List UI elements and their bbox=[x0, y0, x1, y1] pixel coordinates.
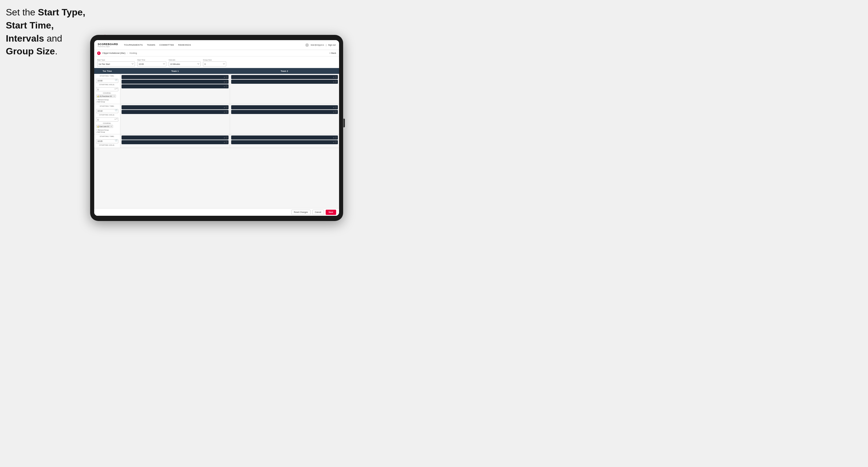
logo-text: SCOREBOARD bbox=[98, 43, 118, 45]
group2-clock-icon: 🕐 bbox=[115, 109, 118, 112]
group1-course-label: COURSE: bbox=[96, 92, 118, 94]
nav-separator: | bbox=[326, 44, 326, 46]
group2-action-links: ○ Remove Group + Add Group bbox=[96, 129, 118, 133]
start-time-select[interactable]: 10:00 bbox=[137, 61, 166, 67]
group1-team1-panel: ✕ ✕ ✕ bbox=[120, 74, 230, 104]
player-row: ✕ bbox=[231, 80, 338, 84]
controls-row: Start Type 1st Tee Start Shotgun Start S… bbox=[94, 56, 339, 68]
player-remove-icon[interactable]: ✕ bbox=[224, 81, 225, 83]
player-remove-icon[interactable]: ✕ bbox=[224, 137, 225, 139]
group3-clock-icon: 🕐 bbox=[115, 139, 118, 142]
instruction-line1-normal: Set the bbox=[6, 7, 38, 18]
player-row: ✕ bbox=[231, 105, 338, 109]
breadcrumb-app-name[interactable]: Clippd Invitational (Mar) bbox=[102, 52, 125, 54]
group1-remove-group-link[interactable]: ○ Remove Group bbox=[96, 99, 118, 101]
start-type-label: Start Type bbox=[97, 59, 135, 61]
logo-area: SCOREBOARD Powered by clippd bbox=[98, 43, 118, 48]
back-button[interactable]: < Back bbox=[330, 52, 336, 54]
reset-changes-button[interactable]: Reset Changes bbox=[291, 210, 311, 215]
breadcrumb-separator: › bbox=[127, 52, 128, 54]
breadcrumb-section: Hosting bbox=[130, 52, 137, 54]
player-remove-icon[interactable]: ✕ bbox=[224, 76, 225, 78]
player-remove-icon[interactable]: ✕ bbox=[224, 141, 225, 143]
save-button[interactable]: Save bbox=[326, 210, 336, 215]
footer-bar: Reset Changes Cancel Save bbox=[94, 208, 339, 216]
player-row: ✕ bbox=[231, 110, 338, 114]
group3-left-panel: STARTING TIME: 🕐 STARTING HOLE: bbox=[94, 134, 120, 148]
player-status-dot bbox=[335, 106, 337, 108]
player-status-dot bbox=[226, 81, 227, 83]
intervals-label: Intervals bbox=[169, 59, 200, 61]
group1-left-panel: STARTING TIME: 🕐 STARTING HOLE: 1 ▲▼ COU… bbox=[94, 74, 120, 104]
group2-remove-icon: ○ bbox=[96, 129, 97, 131]
intervals-select[interactable]: 10 Minutes 8 Minutes 12 Minutes bbox=[169, 61, 200, 67]
player-remove-icon[interactable]: ✕ bbox=[333, 137, 334, 139]
table-row: STARTING TIME: 🕐 STARTING HOLE: 1 ▲▼ COU… bbox=[94, 104, 339, 134]
group-size-select[interactable]: 3 4 2 bbox=[203, 61, 226, 67]
group1-course-remove-icon[interactable]: ✕ bbox=[114, 95, 115, 97]
nav-link-committee[interactable]: COMMITTEE bbox=[159, 43, 174, 46]
group2-left-panel: STARTING TIME: 🕐 STARTING HOLE: 1 ▲▼ COU… bbox=[94, 104, 120, 134]
user-avatar bbox=[305, 43, 309, 47]
group3-team1-panel: ✕ ✕ bbox=[120, 134, 230, 148]
group3-starting-time-label: STARTING TIME: bbox=[96, 135, 118, 137]
table-header: Tee Time Team 1 Team 2 bbox=[94, 68, 339, 74]
player-status-dot bbox=[226, 106, 227, 108]
group-size-group: Group Size 3 4 2 bbox=[203, 59, 226, 67]
tablet-side-button bbox=[343, 119, 345, 127]
group-size-label: Group Size bbox=[203, 59, 226, 61]
player-status-dot bbox=[335, 111, 337, 113]
group2-time-wrapper: 🕐 bbox=[96, 107, 118, 113]
table-row: STARTING TIME: 🕐 STARTING HOLE: 1 ▲▼ COU… bbox=[94, 74, 339, 104]
player-row: ✕ bbox=[122, 105, 228, 109]
group1-starting-time-label: STARTING TIME: bbox=[96, 75, 118, 77]
instruction-line2-bold: Start Time, bbox=[6, 20, 54, 31]
start-type-select[interactable]: 1st Tee Start Shotgun Start bbox=[97, 61, 135, 67]
player-remove-icon[interactable]: ✕ bbox=[224, 106, 225, 108]
group2-remove-group-link[interactable]: ○ Remove Group bbox=[96, 129, 118, 131]
player-remove-icon[interactable]: ✕ bbox=[333, 141, 334, 143]
group2-add-group-link[interactable]: + Add Group bbox=[96, 131, 118, 133]
group2-course-label: COURSE: bbox=[96, 122, 118, 124]
player-status-dot bbox=[226, 111, 227, 113]
player-row: ✕ bbox=[122, 84, 228, 88]
group1-add-label: + Add Group bbox=[96, 101, 105, 103]
group2-hole-wrapper: 1 ▲▼ bbox=[96, 116, 118, 122]
player-remove-icon[interactable]: ✕ bbox=[333, 76, 334, 78]
instruction-text: Set the Start Type, Start Time, Interval… bbox=[6, 6, 93, 58]
sign-out-link[interactable]: Sign out bbox=[328, 44, 336, 46]
nav-bar: SCOREBOARD Powered by clippd TOURNAMENTS… bbox=[94, 40, 339, 50]
player-row: ✕ bbox=[122, 135, 228, 139]
group2-course-icon: ⛳ bbox=[97, 126, 99, 127]
start-time-label: Start Time bbox=[137, 59, 166, 61]
player-remove-icon[interactable]: ✕ bbox=[224, 86, 225, 88]
group1-course-name: (A) Peachtree GC bbox=[99, 95, 112, 97]
group2-starting-hole-label: STARTING HOLE: bbox=[96, 114, 118, 116]
player-remove-icon[interactable]: ✕ bbox=[333, 106, 334, 108]
cancel-button[interactable]: Cancel bbox=[312, 210, 324, 215]
player-remove-icon[interactable]: ✕ bbox=[333, 81, 334, 83]
group1-time-wrapper: 🕐 bbox=[96, 77, 118, 83]
group1-add-group-link[interactable]: + Add Group bbox=[96, 101, 118, 103]
instruction-line3-bold: Intervals bbox=[6, 33, 44, 43]
nav-right: blair@clippd.io | Sign out bbox=[305, 43, 336, 47]
group2-course-tag: ⛳ East Lake GC ✕ bbox=[96, 125, 113, 128]
tablet-screen: SCOREBOARD Powered by clippd TOURNAMENTS… bbox=[94, 40, 339, 216]
th-team2: Team 2 bbox=[230, 70, 339, 72]
nav-link-tournaments[interactable]: TOURNAMENTS bbox=[124, 43, 143, 46]
intervals-group: Intervals 10 Minutes 8 Minutes 12 Minute… bbox=[169, 59, 200, 67]
player-status-dot bbox=[226, 137, 227, 138]
player-remove-icon[interactable]: ✕ bbox=[333, 111, 334, 113]
group1-hole-select[interactable]: 1 bbox=[96, 87, 118, 91]
nav-link-rankings[interactable]: RANKINGS bbox=[178, 43, 191, 46]
nav-link-teams[interactable]: TEAMS bbox=[147, 43, 155, 46]
table-row: STARTING TIME: 🕐 STARTING HOLE: ✕ ✕ bbox=[94, 134, 339, 148]
player-status-dot bbox=[226, 76, 227, 78]
player-status-dot bbox=[226, 141, 227, 143]
group2-hole-select[interactable]: 1 bbox=[96, 118, 118, 122]
instruction-line4-bold: Group Size bbox=[6, 46, 55, 56]
player-remove-icon[interactable]: ✕ bbox=[224, 111, 225, 113]
player-row: ✕ bbox=[231, 135, 338, 139]
group2-course-remove-icon[interactable]: ✕ bbox=[111, 125, 112, 127]
player-status-dot bbox=[335, 81, 337, 83]
